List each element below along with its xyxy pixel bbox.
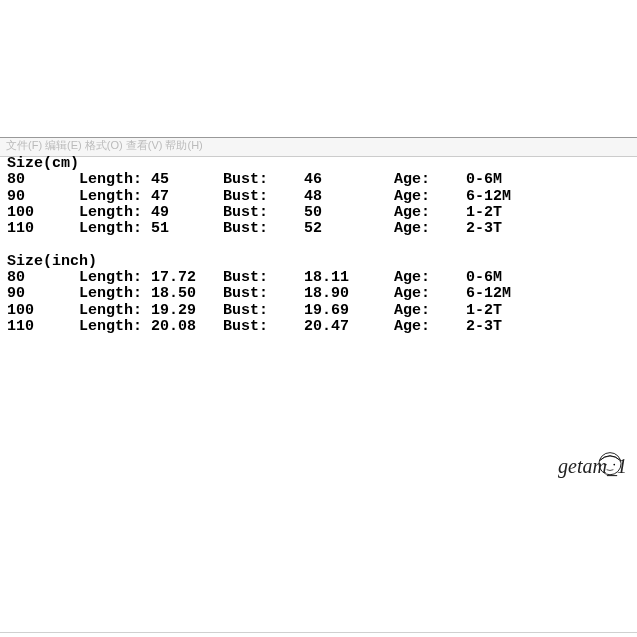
row-cm-1: 90 Length: 47 Bust: 48 Age: 6-12M <box>7 188 511 205</box>
text-content: Size(cm) 80 Length: 45 Bust: 46 Age: 0-6… <box>7 156 637 335</box>
row-cm-2: 100 Length: 49 Bust: 50 Age: 1-2T <box>7 204 502 221</box>
row-inch-1: 90 Length: 18.50 Bust: 18.90 Age: 6-12M <box>7 285 511 302</box>
row-cm-3: 110 Length: 51 Bust: 52 Age: 2-3T <box>7 220 502 237</box>
row-cm-0: 80 Length: 45 Bust: 46 Age: 0-6M <box>7 171 502 188</box>
watermark-text: getam_1 <box>558 455 627 478</box>
menu-bar: 文件(F) 编辑(E) 格式(O) 查看(V) 帮助(H) <box>0 137 637 157</box>
title-inch: Size(inch) <box>7 253 97 270</box>
menu-raw: 文件(F) 编辑(E) 格式(O) 查看(V) 帮助(H) <box>6 139 203 151</box>
row-inch-0: 80 Length: 17.72 Bust: 18.11 Age: 0-6M <box>7 269 502 286</box>
row-inch-3: 110 Length: 20.08 Bust: 20.47 Age: 2-3T <box>7 318 502 335</box>
title-cm: Size(cm) <box>7 155 79 172</box>
bottom-border <box>0 632 637 633</box>
row-inch-2: 100 Length: 19.29 Bust: 19.69 Age: 1-2T <box>7 302 502 319</box>
